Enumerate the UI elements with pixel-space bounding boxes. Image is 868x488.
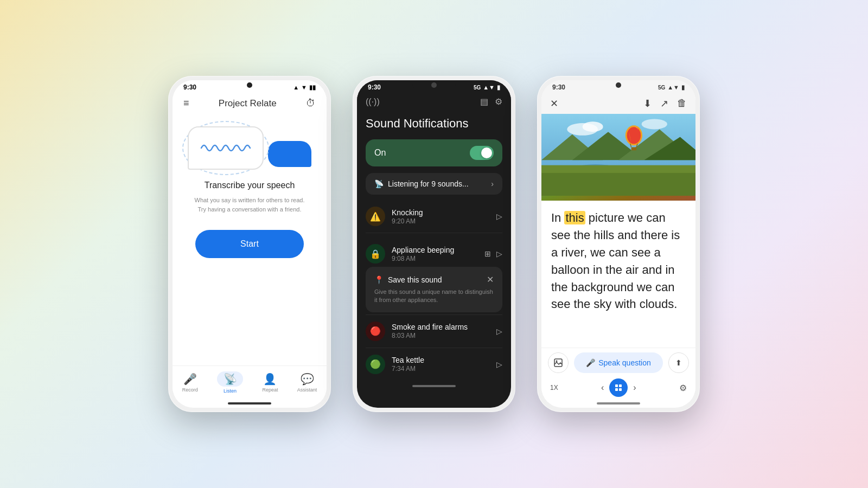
fire-icon-bg: 🔴 <box>366 322 385 341</box>
menu-icon[interactable]: ≡ <box>183 98 189 109</box>
app-header-1: ≡ Project Relate ⏱ <box>173 93 327 115</box>
playback-controls: 1X ‹ › ⚙ <box>548 377 689 398</box>
app-title-1: Project Relate <box>219 98 277 109</box>
sound-item-knocking: ⚠️ Knocking 9:20 AM ▷ <box>366 200 502 233</box>
listen-active-bg: 📡 <box>217 371 243 387</box>
action-row: 🎤 Speak question ⬆ <box>548 352 689 373</box>
camera-dot-3 <box>616 82 621 88</box>
sound-wave-icon: ((·)) <box>366 97 380 107</box>
appliance-play-btn[interactable]: ▷ <box>496 249 502 258</box>
record-icon: 🎤 <box>183 373 197 386</box>
listening-row[interactable]: 📡 Listening for 9 sounds... › <box>366 173 502 195</box>
status-time-1: 9:30 <box>183 84 196 91</box>
notch <box>228 80 271 90</box>
record-label: Record <box>182 387 198 393</box>
save-popup-header: 📍 Save this sound ✕ <box>374 274 494 285</box>
kettle-icon: 🟢 <box>370 359 381 369</box>
status-icons-2: 5G ▲▼ ▮ <box>474 84 500 91</box>
signal-5g-icon: 5G <box>474 85 481 91</box>
waveform-icon <box>199 140 253 156</box>
save-popup-close-btn[interactable]: ✕ <box>487 274 494 285</box>
download-icon[interactable]: ⬇ <box>643 98 652 110</box>
fire-play-btn[interactable]: ▷ <box>496 327 502 336</box>
speed-label[interactable]: 1X <box>550 384 558 391</box>
signal-5g-icon-3: 5G <box>658 85 665 91</box>
captions-icon[interactable]: ▤ <box>480 97 488 107</box>
image-btn[interactable] <box>548 352 569 373</box>
assistant-icon: 💬 <box>301 373 314 386</box>
appliance-time: 9:08 AM <box>392 255 484 262</box>
appliance-save-icon[interactable]: ⊞ <box>484 249 491 258</box>
svg-point-3 <box>642 119 667 129</box>
landscape-image <box>541 114 695 201</box>
grid-icon <box>615 384 622 391</box>
notch-3 <box>597 80 640 90</box>
settings-icon-2[interactable]: ⚙ <box>495 97 502 107</box>
wifi-icon-3: ▲▼ <box>667 84 679 91</box>
bottom-controls: 🎤 Speak question ⬆ 1X ‹ <box>541 348 695 402</box>
appliance-icon: 🔒 <box>370 249 381 259</box>
bottom-nav: 🎤 Record 📡 Listen 👤 Repeat 💬 Assistant <box>173 365 327 402</box>
prev-arrow[interactable]: ‹ <box>601 383 604 393</box>
start-button[interactable]: Start <box>195 230 304 258</box>
fire-name: Smoke and fire alarms <box>392 323 496 331</box>
wifi-icon-2: ▲▼ <box>483 84 495 91</box>
status-icons-1: ▲ ▼ ▮▮ <box>293 84 316 91</box>
knocking-icon-bg: ⚠️ <box>366 207 385 226</box>
battery-icon-3: ▮ <box>681 84 685 91</box>
subtext: What you say is written for others to re… <box>195 196 305 214</box>
play-circle-btn[interactable] <box>609 378 628 397</box>
status-time-2: 9:30 <box>368 84 381 91</box>
upload-icon: ⬆ <box>675 358 682 367</box>
delete-icon[interactable]: 🗑 <box>677 98 687 110</box>
sound-item-fire: 🔴 Smoke and fire alarms 8:03 AM ▷ <box>366 315 502 348</box>
knocking-play-btn[interactable]: ▷ <box>496 212 502 221</box>
kettle-play-btn[interactable]: ▷ <box>496 360 502 369</box>
kettle-icon-bg: 🟢 <box>366 355 385 374</box>
next-arrow[interactable]: › <box>633 383 636 393</box>
svg-rect-17 <box>615 384 618 387</box>
knocking-name: Knocking <box>392 208 496 217</box>
nav-item-assistant[interactable]: 💬 Assistant <box>297 373 317 393</box>
main-content-1: Transcribe your speech What you say is w… <box>173 115 327 365</box>
nav-item-record[interactable]: 🎤 Record <box>182 373 198 393</box>
appliance-info: Appliance beeping 9:08 AM <box>392 246 484 262</box>
nav-item-repeat[interactable]: 👤 Repeat <box>262 373 278 393</box>
chat-bubble-blue <box>268 141 311 167</box>
phone-project-relate: 9:30 ▲ ▼ ▮▮ ≡ Project Relate ⏱ <box>168 76 331 412</box>
knocking-icon: ⚠️ <box>370 211 381 222</box>
chat-bubble-area <box>188 126 311 170</box>
save-popup-description: Give this sound a unique name to disting… <box>374 288 494 305</box>
settings-gear-icon[interactable]: ⚙ <box>679 383 687 393</box>
svg-rect-9 <box>541 173 695 196</box>
svg-rect-18 <box>619 384 622 387</box>
phone-sound-notifications: 9:30 5G ▲▼ ▮ ((·)) ▤ ⚙ Sound Notificatio… <box>353 76 515 412</box>
speak-question-btn[interactable]: 🎤 Speak question <box>574 352 663 373</box>
svg-rect-14 <box>631 147 636 151</box>
camera-dot <box>247 82 252 88</box>
appliance-name: Appliance beeping <box>392 246 484 254</box>
save-popup-title: Save this sound <box>388 275 442 284</box>
save-popup: 📍 Save this sound ✕ Give this sound a un… <box>366 267 502 312</box>
svg-rect-20 <box>619 388 622 391</box>
status-icons-3: 5G ▲▼ ▮ <box>658 84 685 91</box>
speak-label: Speak question <box>598 358 651 367</box>
nav-item-listen[interactable]: 📡 Listen <box>217 371 243 394</box>
save-popup-icon: 📍 <box>374 275 384 284</box>
share-icon[interactable]: ↗ <box>660 98 668 110</box>
sound-list: ⚠️ Knocking 9:20 AM ▷ 🔒 Appliance beepin… <box>357 200 511 381</box>
listening-text: Listening for 9 sounds... <box>388 179 469 188</box>
upload-btn[interactable]: ⬆ <box>668 352 689 373</box>
balloon-scene-svg <box>541 114 695 196</box>
listen-label: Listen <box>224 388 237 394</box>
listening-icon: 📡 <box>374 179 384 188</box>
history-icon[interactable]: ⏱ <box>306 98 316 109</box>
text-area: In this picture we can see the hills and… <box>541 201 695 348</box>
fire-time: 8:03 AM <box>392 332 496 339</box>
status-time-3: 9:30 <box>552 84 565 91</box>
close-icon[interactable]: ✕ <box>550 98 558 110</box>
sound-toggle[interactable] <box>470 146 494 160</box>
kettle-time: 7:34 AM <box>392 365 496 373</box>
battery-icon-2: ▮ <box>497 84 500 91</box>
fire-info: Smoke and fire alarms 8:03 AM <box>392 323 496 339</box>
